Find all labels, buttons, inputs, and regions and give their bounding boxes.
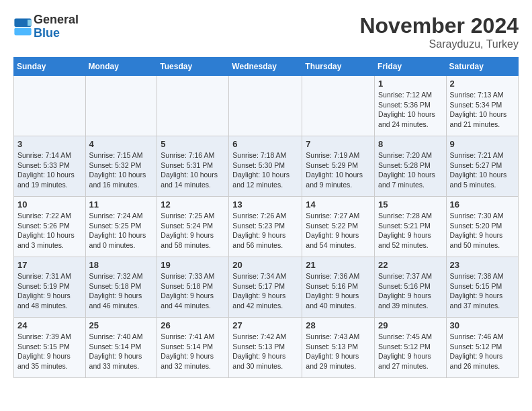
day-info: Sunrise: 7:24 AM Sunset: 5:25 PM Dayligh… [89,211,154,250]
calendar-cell: 11Sunrise: 7:24 AM Sunset: 5:25 PM Dayli… [85,197,157,257]
day-number: 4 [89,139,154,149]
calendar-cell: 13Sunrise: 7:26 AM Sunset: 5:23 PM Dayli… [229,197,302,257]
day-info: Sunrise: 7:22 AM Sunset: 5:26 PM Dayligh… [17,211,82,250]
day-number: 17 [17,260,82,270]
day-number: 7 [306,139,371,149]
calendar-cell: 24Sunrise: 7:39 AM Sunset: 5:15 PM Dayli… [14,318,86,378]
day-info: Sunrise: 7:46 AM Sunset: 5:12 PM Dayligh… [450,332,515,371]
day-number: 24 [17,320,82,330]
day-info: Sunrise: 7:18 AM Sunset: 5:30 PM Dayligh… [232,150,298,190]
day-info: Sunrise: 7:15 AM Sunset: 5:32 PM Dayligh… [89,150,154,190]
day-info: Sunrise: 7:39 AM Sunset: 5:15 PM Dayligh… [17,332,82,371]
weekday-header: Saturday [446,58,518,76]
day-info: Sunrise: 7:26 AM Sunset: 5:23 PM Dayligh… [232,211,298,250]
day-info: Sunrise: 7:14 AM Sunset: 5:33 PM Dayligh… [17,150,82,190]
calendar-cell: 20Sunrise: 7:34 AM Sunset: 5:17 PM Dayli… [229,257,302,318]
day-info: Sunrise: 7:30 AM Sunset: 5:20 PM Dayligh… [450,211,515,250]
calendar-cell: 15Sunrise: 7:28 AM Sunset: 5:21 PM Dayli… [375,197,447,257]
day-info: Sunrise: 7:40 AM Sunset: 5:14 PM Dayligh… [89,332,154,371]
logo-general: General [34,13,79,26]
calendar-week-row: 3Sunrise: 7:14 AM Sunset: 5:33 PM Daylig… [14,136,519,197]
day-number: 15 [378,199,443,210]
day-number: 11 [89,199,154,210]
calendar-cell [85,76,157,136]
day-info: Sunrise: 7:43 AM Sunset: 5:13 PM Dayligh… [306,332,371,371]
calendar-cell [302,76,375,136]
calendar-cell: 10Sunrise: 7:22 AM Sunset: 5:26 PM Dayli… [14,197,86,257]
calendar-cell: 17Sunrise: 7:31 AM Sunset: 5:19 PM Dayli… [14,257,86,318]
calendar-cell: 2Sunrise: 7:13 AM Sunset: 5:34 PM Daylig… [446,76,518,136]
calendar-cell: 5Sunrise: 7:16 AM Sunset: 5:31 PM Daylig… [157,136,229,197]
day-number: 20 [232,260,298,270]
calendar-cell [14,76,86,136]
day-info: Sunrise: 7:34 AM Sunset: 5:17 PM Dayligh… [232,271,298,311]
day-number: 22 [378,260,443,270]
day-info: Sunrise: 7:45 AM Sunset: 5:12 PM Dayligh… [378,332,443,371]
day-number: 28 [306,320,371,330]
weekday-header: Wednesday [229,58,302,76]
calendar-cell: 3Sunrise: 7:14 AM Sunset: 5:33 PM Daylig… [14,136,86,197]
calendar-cell: 26Sunrise: 7:41 AM Sunset: 5:14 PM Dayli… [157,318,229,378]
day-number: 18 [89,260,154,270]
day-number: 25 [89,320,154,330]
svg-rect-1 [14,28,31,35]
day-number: 26 [161,320,225,330]
day-info: Sunrise: 7:20 AM Sunset: 5:28 PM Dayligh… [378,150,443,190]
calendar-cell: 23Sunrise: 7:38 AM Sunset: 5:15 PM Dayli… [446,257,518,318]
calendar-cell: 21Sunrise: 7:36 AM Sunset: 5:16 PM Dayli… [302,257,375,318]
calendar-cell: 18Sunrise: 7:32 AM Sunset: 5:18 PM Dayli… [85,257,157,318]
calendar-cell: 1Sunrise: 7:12 AM Sunset: 5:36 PM Daylig… [375,76,447,136]
day-number: 8 [378,139,443,149]
day-number: 27 [232,320,298,330]
weekday-header: Sunday [14,58,86,76]
calendar-cell: 19Sunrise: 7:33 AM Sunset: 5:18 PM Dayli… [157,257,229,318]
location-subtitle: Sarayduzu, Turkey [359,38,519,50]
day-number: 23 [450,260,515,270]
day-number: 3 [17,139,82,149]
weekday-header: Thursday [302,58,375,76]
day-number: 30 [450,320,515,330]
day-number: 5 [161,139,225,149]
day-info: Sunrise: 7:31 AM Sunset: 5:19 PM Dayligh… [17,271,82,311]
day-number: 9 [450,139,515,149]
day-info: Sunrise: 7:13 AM Sunset: 5:34 PM Dayligh… [450,90,515,130]
weekday-header: Monday [85,58,157,76]
day-number: 13 [232,199,298,210]
day-number: 21 [306,260,371,270]
calendar-cell: 8Sunrise: 7:20 AM Sunset: 5:28 PM Daylig… [375,136,447,197]
day-number: 29 [378,320,443,330]
calendar-cell: 22Sunrise: 7:37 AM Sunset: 5:16 PM Dayli… [375,257,447,318]
calendar-cell: 4Sunrise: 7:15 AM Sunset: 5:32 PM Daylig… [85,136,157,197]
month-title: November 2024 [359,13,519,38]
calendar-cell: 28Sunrise: 7:43 AM Sunset: 5:13 PM Dayli… [302,318,375,378]
calendar-cell [157,76,229,136]
calendar-week-row: 17Sunrise: 7:31 AM Sunset: 5:19 PM Dayli… [14,257,519,318]
weekday-header-row: SundayMondayTuesdayWednesdayThursdayFrid… [14,58,519,76]
day-info: Sunrise: 7:21 AM Sunset: 5:27 PM Dayligh… [450,150,515,190]
svg-marker-2 [28,19,32,26]
day-info: Sunrise: 7:25 AM Sunset: 5:24 PM Dayligh… [161,211,225,250]
day-info: Sunrise: 7:12 AM Sunset: 5:36 PM Dayligh… [378,90,443,130]
calendar-week-row: 1Sunrise: 7:12 AM Sunset: 5:36 PM Daylig… [14,76,519,136]
day-info: Sunrise: 7:27 AM Sunset: 5:22 PM Dayligh… [306,211,371,250]
weekday-header: Friday [375,58,447,76]
day-info: Sunrise: 7:28 AM Sunset: 5:21 PM Dayligh… [378,211,443,250]
calendar-cell: 9Sunrise: 7:21 AM Sunset: 5:27 PM Daylig… [446,136,518,197]
day-info: Sunrise: 7:32 AM Sunset: 5:18 PM Dayligh… [89,271,154,311]
day-number: 1 [378,79,443,89]
calendar-week-row: 24Sunrise: 7:39 AM Sunset: 5:15 PM Dayli… [14,318,519,378]
weekday-header: Tuesday [157,58,229,76]
day-number: 16 [450,199,515,210]
day-number: 14 [306,199,371,210]
calendar-table: SundayMondayTuesdayWednesdayThursdayFrid… [13,57,519,378]
day-info: Sunrise: 7:41 AM Sunset: 5:14 PM Dayligh… [161,332,225,371]
calendar-cell: 30Sunrise: 7:46 AM Sunset: 5:12 PM Dayli… [446,318,518,378]
calendar-cell: 27Sunrise: 7:42 AM Sunset: 5:13 PM Dayli… [229,318,302,378]
day-info: Sunrise: 7:19 AM Sunset: 5:29 PM Dayligh… [306,150,371,190]
calendar-cell: 16Sunrise: 7:30 AM Sunset: 5:20 PM Dayli… [446,197,518,257]
day-number: 2 [450,79,515,89]
calendar-cell: 25Sunrise: 7:40 AM Sunset: 5:14 PM Dayli… [85,318,157,378]
calendar-cell: 7Sunrise: 7:19 AM Sunset: 5:29 PM Daylig… [302,136,375,197]
title-area: November 2024 Sarayduzu, Turkey [359,13,519,50]
day-number: 6 [232,139,298,149]
